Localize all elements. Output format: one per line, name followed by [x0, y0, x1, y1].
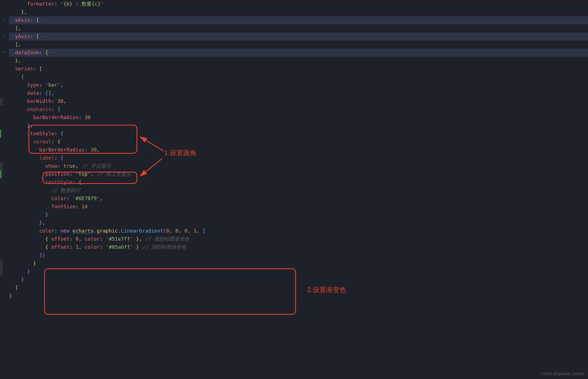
code-line[interactable]: { offset: 0, color: '#51e7ff' }, // 底部柱图…: [9, 235, 588, 243]
code-line[interactable]: show: true, // 开启显示: [9, 162, 588, 170]
chevron-right-icon[interactable]: ›: [2, 32, 8, 39]
code-line[interactable]: {: [9, 73, 588, 81]
code-line[interactable]: },: [9, 219, 588, 227]
change-marker: [0, 130, 1, 138]
watermark: CSDN @upward_tomato: [541, 371, 584, 377]
change-marker: [0, 170, 1, 178]
diff-stripe: [0, 97, 3, 105]
code-line[interactable]: normal: {: [9, 138, 588, 146]
code-line[interactable]: textStyle: {: [9, 178, 588, 186]
code-line[interactable]: { offset: 1, color: '#05a6ff' } // 顶部柱图渐…: [9, 243, 588, 251]
code-line[interactable]: data: [],: [9, 89, 588, 97]
code-line[interactable]: › yAxis: [···: [9, 32, 588, 41]
code-line[interactable]: color: '#6E7079',: [9, 195, 588, 203]
code-line[interactable]: series: [: [9, 65, 588, 73]
code-line[interactable]: › xAxis: [···: [9, 16, 588, 24]
code-line[interactable]: barWidth: 30,: [9, 97, 588, 105]
code-line[interactable]: }: [9, 292, 588, 300]
code-line[interactable]: },: [9, 122, 588, 130]
code-line[interactable]: ]): [9, 251, 588, 259]
code-line[interactable]: emphasis: {: [9, 105, 588, 113]
code-line[interactable]: › dataZoom: {···: [9, 49, 588, 57]
code-line[interactable]: },: [9, 8, 588, 16]
code-line[interactable]: color: new echarts.graphic.LinearGradien…: [9, 227, 588, 235]
code-line[interactable]: }: [9, 259, 588, 267]
code-line[interactable]: },: [9, 57, 588, 65]
code-line[interactable]: ],: [9, 24, 588, 32]
diff-stripe: [0, 259, 3, 276]
code-line[interactable]: label: {: [9, 154, 588, 162]
code-line[interactable]: ]: [9, 284, 588, 292]
code-line[interactable]: barBorderRadius: 30: [9, 113, 588, 122]
code-editor[interactable]: formatter: '{b} : 数量{c}' }, › xAxis: [··…: [0, 0, 588, 300]
code-line[interactable]: type: 'bar',: [9, 81, 588, 89]
code-line[interactable]: barBorderRadius: 30,: [9, 146, 588, 154]
code-line[interactable]: }: [9, 267, 588, 276]
chevron-right-icon[interactable]: ›: [2, 49, 8, 55]
code-line[interactable]: ],: [9, 41, 588, 49]
code-line[interactable]: }: [9, 276, 588, 284]
code-line[interactable]: formatter: '{b} : 数量{c}': [9, 0, 588, 8]
chevron-right-icon[interactable]: ›: [2, 16, 8, 22]
code-line[interactable]: // 数值样式: [9, 186, 588, 195]
code-line[interactable]: itemStyle: {: [9, 130, 588, 138]
code-line[interactable]: }: [9, 211, 588, 219]
code-line[interactable]: fontSize: 14: [9, 203, 588, 211]
code-line[interactable]: position: 'top', // 在上方显示: [9, 170, 588, 178]
